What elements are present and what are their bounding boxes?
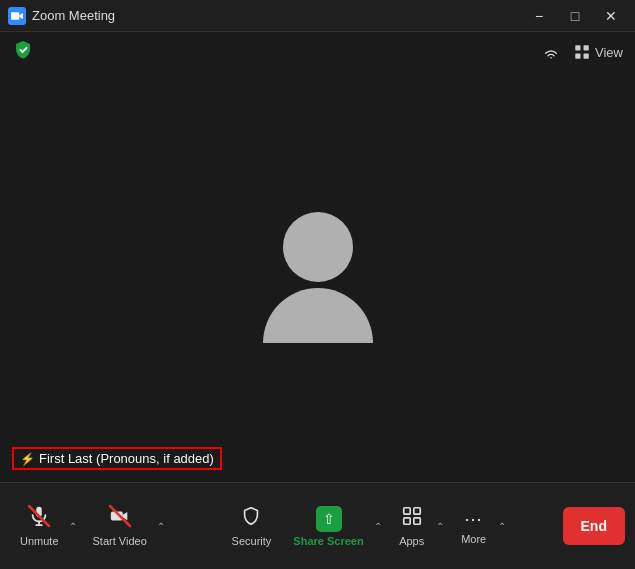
mic-icon-area	[28, 505, 50, 532]
avatar-body	[263, 288, 373, 343]
video-chevron[interactable]: ⌃	[155, 506, 167, 546]
svg-rect-4	[584, 54, 589, 59]
svg-rect-1	[575, 45, 580, 50]
unmute-group: Unmute ⌃	[12, 499, 79, 553]
toolbar-center: Security ⇧ Share Screen ⌃	[222, 499, 510, 553]
shield-badge[interactable]	[12, 39, 34, 65]
start-video-group: Start Video ⌃	[85, 499, 167, 553]
more-group: ⋯ More ⌃	[452, 501, 508, 551]
more-chevron[interactable]: ⌃	[496, 506, 508, 546]
wifi-icon[interactable]	[541, 42, 561, 62]
top-bar: View	[0, 32, 635, 72]
main-video-area: ⚡ First Last (Pronouns, if added)	[0, 72, 635, 482]
security-icon-area	[240, 505, 262, 532]
toolbar: Unmute ⌃ Start Vide	[0, 482, 635, 569]
video-icon-wrap	[109, 505, 131, 532]
svg-rect-11	[403, 508, 409, 514]
end-button[interactable]: End	[563, 507, 625, 545]
security-shield-icon	[240, 505, 262, 527]
shield-icon	[12, 39, 34, 61]
mic-icon-wrap	[28, 505, 50, 532]
title-bar: Zoom Meeting − □ ✕	[0, 0, 635, 32]
participant-name-label: ⚡ First Last (Pronouns, if added)	[12, 447, 222, 470]
more-button[interactable]: ⋯ More	[452, 501, 496, 551]
apps-icon-area	[401, 505, 423, 532]
apps-grid-icon	[401, 505, 423, 527]
apps-group: Apps ⌃	[390, 499, 446, 553]
minimize-button[interactable]: −	[523, 3, 555, 29]
view-button[interactable]: View	[573, 43, 623, 61]
avatar-head	[283, 212, 353, 282]
svg-rect-14	[414, 518, 420, 524]
unmute-button[interactable]: Unmute	[12, 499, 67, 553]
title-bar-controls: − □ ✕	[523, 3, 627, 29]
grid-icon	[573, 43, 591, 61]
toolbar-left: Unmute ⌃ Start Vide	[10, 499, 169, 553]
title-bar-left: Zoom Meeting	[8, 7, 115, 25]
apps-button[interactable]: Apps	[390, 499, 434, 553]
toolbar-right: End	[563, 507, 625, 545]
title-bar-title: Zoom Meeting	[32, 8, 115, 23]
more-icon-area: ⋯	[464, 507, 483, 530]
share-screen-label: Share Screen	[293, 535, 363, 547]
security-group: Security	[224, 499, 280, 553]
lightning-icon: ⚡	[20, 452, 35, 466]
svg-line-10	[110, 506, 130, 526]
unmute-chevron[interactable]: ⌃	[67, 506, 79, 546]
apps-label: Apps	[399, 535, 424, 547]
participant-name: First Last (Pronouns, if added)	[39, 451, 214, 466]
share-screen-chevron[interactable]: ⌃	[372, 506, 384, 546]
start-video-button[interactable]: Start Video	[85, 499, 155, 553]
apps-chevron[interactable]: ⌃	[434, 506, 446, 546]
svg-rect-3	[575, 54, 580, 59]
participant-avatar	[263, 212, 373, 343]
share-screen-button[interactable]: ⇧ Share Screen	[285, 500, 371, 553]
view-label: View	[595, 45, 623, 60]
more-dots-icon: ⋯	[464, 509, 483, 529]
svg-rect-12	[414, 508, 420, 514]
share-screen-group: ⇧ Share Screen ⌃	[285, 500, 383, 553]
mic-slash-icon	[26, 503, 52, 529]
svg-line-8	[29, 506, 49, 526]
maximize-button[interactable]: □	[559, 3, 591, 29]
video-slash-icon	[107, 503, 133, 529]
zoom-logo-icon	[8, 7, 26, 25]
share-up-arrow-icon: ⇧	[316, 506, 342, 532]
share-screen-icon-area: ⇧	[316, 506, 342, 532]
top-bar-right: View	[541, 42, 623, 62]
unmute-label: Unmute	[20, 535, 59, 547]
svg-rect-2	[584, 45, 589, 50]
start-video-label: Start Video	[93, 535, 147, 547]
video-icon-area	[109, 505, 131, 532]
svg-rect-13	[403, 518, 409, 524]
security-button[interactable]: Security	[224, 499, 280, 553]
close-button[interactable]: ✕	[595, 3, 627, 29]
security-label: Security	[232, 535, 272, 547]
more-label: More	[461, 533, 486, 545]
